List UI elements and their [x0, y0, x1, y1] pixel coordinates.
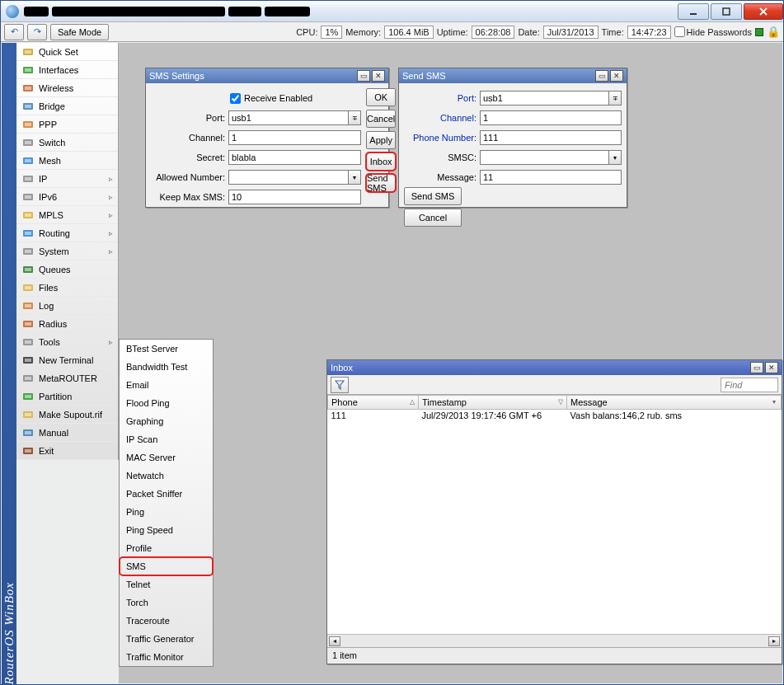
channel-input[interactable]	[228, 130, 361, 145]
minimize-button[interactable]	[678, 3, 709, 20]
sidebar-item-manual[interactable]: Manual	[16, 424, 118, 442]
sidebar-item-quick-set[interactable]: Quick Set	[16, 43, 118, 61]
submenu-item-flood-ping[interactable]: Flood Ping	[120, 394, 213, 412]
sidebar-item-bridge[interactable]: Bridge	[16, 97, 118, 115]
scroll-right-button[interactable]: ▸	[768, 636, 780, 646]
send-sms-titlebar[interactable]: Send SMS ▭ ✕	[399, 68, 627, 83]
sendsms-channel-input[interactable]	[480, 110, 622, 125]
submenu-item-btest-server[interactable]: BTest Server	[120, 340, 213, 358]
port-dropdown-button[interactable]: ∓	[348, 110, 361, 125]
sidebar-item-ipv6[interactable]: IPv6▹	[16, 188, 118, 206]
filter-button[interactable]	[331, 377, 349, 393]
undo-button[interactable]: ↶	[4, 24, 24, 40]
send-sms-button[interactable]: Send SMS	[366, 174, 396, 192]
sidebar-item-ppp[interactable]: PPP	[16, 115, 118, 134]
sms-settings-dock-button[interactable]: ▭	[357, 70, 370, 82]
sidebar-item-switch[interactable]: Switch	[16, 134, 118, 152]
sidebar-item-wireless[interactable]: Wireless	[16, 79, 118, 97]
sidebar-item-partition[interactable]: Partition	[16, 387, 118, 406]
scroll-left-button[interactable]: ◂	[329, 636, 340, 646]
main-toolbar: ↶ ↷ Safe Mode CPU: 1% Memory: 106.4 MiB …	[1, 22, 783, 42]
submenu-item-graphing[interactable]: Graphing	[120, 412, 213, 430]
maximize-button[interactable]	[711, 3, 742, 20]
allowed-number-input[interactable]	[228, 170, 348, 185]
redo-button[interactable]: ↷	[27, 24, 47, 40]
inbox-button[interactable]: Inbox	[366, 152, 396, 171]
sidebar: Quick SetInterfacesWirelessBridgePPPSwit…	[16, 43, 119, 460]
sms-settings-titlebar[interactable]: SMS Settings ▭ ✕	[146, 68, 388, 83]
sendsms-cancel-button[interactable]: Cancel	[404, 209, 462, 227]
sidebar-item-log[interactable]: Log	[16, 297, 118, 315]
inbox-close-button[interactable]: ✕	[765, 362, 778, 373]
submenu-item-ping[interactable]: Ping	[120, 503, 213, 521]
time-value: 14:47:23	[627, 26, 671, 39]
keep-max-sms-input[interactable]	[228, 190, 361, 204]
submenu-item-mac-server[interactable]: MAC Server	[120, 448, 213, 467]
sendsms-message-input[interactable]	[480, 170, 622, 185]
submenu-item-netwatch[interactable]: Netwatch	[120, 467, 213, 485]
sidebar-item-tools[interactable]: Tools▹	[16, 333, 118, 351]
sidebar-item-radius[interactable]: Radius	[16, 315, 118, 333]
inbox-titlebar[interactable]: Inbox ▭ ✕	[327, 360, 782, 375]
supout-icon	[21, 408, 35, 421]
sidebar-item-queues[interactable]: Queues	[16, 260, 118, 279]
sidebar-item-label: New Terminal	[39, 355, 93, 365]
sms-settings-close-button[interactable]: ✕	[372, 70, 385, 82]
col-message[interactable]: Message▾	[567, 396, 782, 410]
sidebar-item-files[interactable]: Files	[16, 279, 118, 297]
submenu-item-traceroute[interactable]: Traceroute	[120, 612, 213, 630]
sidebar-item-label: Bridge	[39, 101, 65, 111]
send-sms-close-button[interactable]: ✕	[610, 70, 623, 82]
sendsms-phone-input[interactable]	[480, 130, 622, 145]
undo-icon: ↶	[11, 26, 18, 37]
submenu-item-ip-scan[interactable]: IP Scan	[120, 430, 213, 448]
submenu-item-ping-speed[interactable]: Ping Speed	[120, 521, 213, 539]
submenu-item-email[interactable]: Email	[120, 376, 213, 394]
col-timestamp[interactable]: Timestamp▽	[419, 396, 567, 410]
sidebar-item-mesh[interactable]: Mesh	[16, 152, 118, 170]
sidebar-item-routing[interactable]: Routing▹	[16, 224, 118, 242]
safe-mode-button[interactable]: Safe Mode	[50, 24, 109, 40]
sidebar-item-metarouter[interactable]: MetaROUTER	[16, 369, 118, 387]
window-buttons	[676, 3, 783, 20]
sendsms-smsc-dropdown[interactable]: ▾	[608, 150, 622, 165]
port-input[interactable]	[228, 110, 348, 125]
receive-enabled-checkbox[interactable]	[230, 93, 241, 104]
sidebar-item-ip[interactable]: IP▹	[16, 170, 118, 188]
allowed-dropdown-button[interactable]: ▾	[348, 170, 361, 185]
sidebar-item-interfaces[interactable]: Interfaces	[16, 61, 118, 79]
submenu-item-profile[interactable]: Profile	[120, 539, 213, 557]
channel-label: Channel:	[151, 133, 225, 143]
find-input[interactable]	[721, 378, 778, 392]
submenu-item-packet-sniffer[interactable]: Packet Sniffer	[120, 485, 213, 503]
submenu-item-torch[interactable]: Torch	[120, 594, 213, 612]
secret-input[interactable]	[228, 150, 361, 165]
inbox-dock-button[interactable]: ▭	[750, 362, 763, 373]
ppp-icon	[21, 118, 35, 131]
sidebar-item-new-terminal[interactable]: New Terminal	[16, 351, 118, 369]
sidebar-item-make-supout-rif[interactable]: Make Supout.rif	[16, 406, 118, 424]
col-phone[interactable]: Phone△	[328, 396, 419, 410]
sendsms-smsc-input[interactable]	[480, 150, 608, 165]
sendsms-send-button[interactable]: Send SMS	[404, 187, 462, 205]
sidebar-item-system[interactable]: System▹	[16, 242, 118, 260]
sidebar-item-exit[interactable]: Exit	[16, 442, 118, 460]
cancel-button[interactable]: Cancel	[366, 110, 396, 128]
submenu-item-sms[interactable]: SMS	[120, 557, 213, 575]
sendsms-port-input[interactable]	[480, 91, 608, 106]
submenu-item-telnet[interactable]: Telnet	[120, 575, 213, 594]
submenu-item-traffic-generator[interactable]: Traffic Generator	[120, 630, 213, 648]
submenu-item-bandwidth-test[interactable]: Bandwidth Test	[120, 358, 213, 376]
inbox-row[interactable]: 111Jul/29/2013 19:17:46 GMT +6Vash balan…	[328, 410, 782, 422]
ok-button[interactable]: OK	[366, 88, 396, 106]
send-sms-dock-button[interactable]: ▭	[595, 70, 608, 82]
svg-rect-35	[25, 322, 31, 326]
sidebar-item-label: IPv6	[39, 192, 57, 202]
submenu-item-traffic-monitor[interactable]: Traffic Monitor	[120, 648, 213, 666]
sendsms-port-dropdown[interactable]: ∓	[608, 91, 622, 106]
sidebar-item-mpls[interactable]: MPLS▹	[16, 206, 118, 224]
hide-passwords-checkbox[interactable]: Hide Passwords	[674, 26, 752, 37]
close-button[interactable]	[744, 3, 783, 20]
apply-button[interactable]: Apply	[366, 131, 396, 149]
inbox-hscrollbar[interactable]: ◂ ▸	[327, 634, 782, 647]
